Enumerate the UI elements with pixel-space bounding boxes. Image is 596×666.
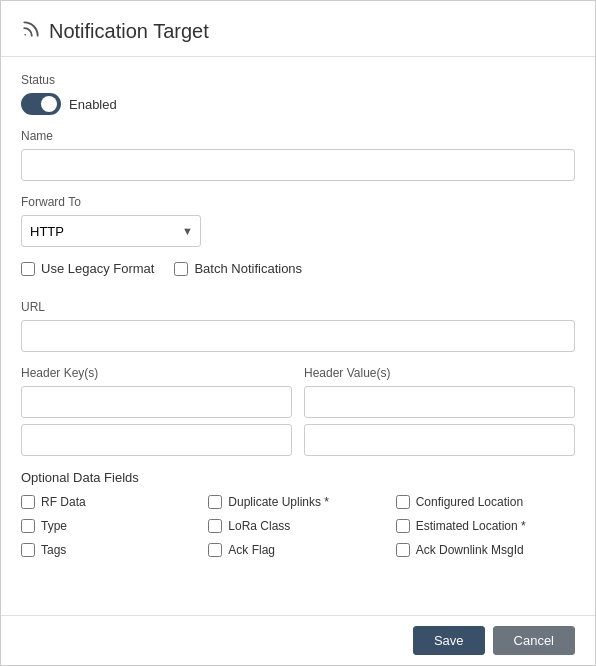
modal-footer: Save Cancel [1, 615, 595, 665]
header-keys-label: Header Key(s) [21, 366, 292, 380]
type-label[interactable]: Type [41, 519, 67, 533]
status-toggle-label: Enabled [69, 97, 117, 112]
opt-field-estimated-location: Estimated Location * [396, 519, 575, 533]
opt-field-configured-location: Configured Location [396, 495, 575, 509]
ack-flag-checkbox[interactable] [208, 543, 222, 557]
optional-fields-label: Optional Data Fields [21, 470, 575, 485]
forward-to-select-wrapper: HTTP HTTPS MQTT Email ▼ [21, 215, 201, 247]
name-input[interactable] [21, 149, 575, 181]
tags-label[interactable]: Tags [41, 543, 66, 557]
header-keys-inputs [21, 386, 292, 456]
configured-location-label[interactable]: Configured Location [416, 495, 523, 509]
opt-field-tags: Tags [21, 543, 200, 557]
opt-field-ack-flag: Ack Flag [208, 543, 387, 557]
lora-class-label[interactable]: LoRa Class [228, 519, 290, 533]
url-group: URL [21, 300, 575, 352]
opt-field-lora-class: LoRa Class [208, 519, 387, 533]
status-group: Status Enabled [21, 73, 575, 115]
rf-data-label[interactable]: RF Data [41, 495, 86, 509]
modal-header: Notification Target [1, 1, 595, 57]
optional-data-fields-group: Optional Data Fields RF Data Duplicate U… [21, 470, 575, 557]
estimated-location-label[interactable]: Estimated Location * [416, 519, 526, 533]
duplicate-uplinks-checkbox[interactable] [208, 495, 222, 509]
header-key-input-1[interactable] [21, 386, 292, 418]
type-checkbox[interactable] [21, 519, 35, 533]
ack-downlink-msgid-checkbox[interactable] [396, 543, 410, 557]
forward-to-label: Forward To [21, 195, 575, 209]
modal-body: Status Enabled Name Forward To HTTP HTTP… [1, 57, 595, 615]
svg-point-0 [24, 34, 26, 36]
header-values-inputs [304, 386, 575, 456]
use-legacy-format-checkbox[interactable] [21, 262, 35, 276]
name-group: Name [21, 129, 575, 181]
opt-field-duplicate-uplinks: Duplicate Uplinks * [208, 495, 387, 509]
configured-location-checkbox[interactable] [396, 495, 410, 509]
header-fields-group: Header Key(s) Header Value(s) [21, 366, 575, 456]
name-label: Name [21, 129, 575, 143]
header-values-label: Header Value(s) [304, 366, 575, 380]
forward-to-group: Forward To HTTP HTTPS MQTT Email ▼ [21, 195, 575, 247]
duplicate-uplinks-label[interactable]: Duplicate Uplinks * [228, 495, 329, 509]
opt-field-type: Type [21, 519, 200, 533]
header-values-col: Header Value(s) [304, 366, 575, 456]
optional-fields-grid: RF Data Duplicate Uplinks * Configured L… [21, 495, 575, 557]
header-keys-col: Header Key(s) [21, 366, 292, 456]
status-toggle-row: Enabled [21, 93, 575, 115]
batch-notifications-label[interactable]: Batch Notifications [194, 261, 302, 276]
save-button[interactable]: Save [413, 626, 485, 655]
ack-downlink-msgid-label[interactable]: Ack Downlink MsgId [416, 543, 524, 557]
options-row: Use Legacy Format Batch Notifications [21, 261, 575, 286]
estimated-location-checkbox[interactable] [396, 519, 410, 533]
header-key-input-2[interactable] [21, 424, 292, 456]
rf-data-checkbox[interactable] [21, 495, 35, 509]
url-label: URL [21, 300, 575, 314]
lora-class-checkbox[interactable] [208, 519, 222, 533]
modal-title: Notification Target [49, 20, 209, 43]
use-legacy-format-label[interactable]: Use Legacy Format [41, 261, 154, 276]
batch-notifications-checkbox[interactable] [174, 262, 188, 276]
use-legacy-format-row: Use Legacy Format [21, 261, 154, 276]
opt-field-ack-downlink-msgid: Ack Downlink MsgId [396, 543, 575, 557]
batch-notifications-row: Batch Notifications [174, 261, 302, 276]
status-label: Status [21, 73, 575, 87]
rss-icon [21, 19, 41, 44]
opt-field-rf-data: RF Data [21, 495, 200, 509]
status-toggle[interactable] [21, 93, 61, 115]
toggle-slider [21, 93, 61, 115]
cancel-button[interactable]: Cancel [493, 626, 575, 655]
url-input[interactable] [21, 320, 575, 352]
tags-checkbox[interactable] [21, 543, 35, 557]
forward-to-select[interactable]: HTTP HTTPS MQTT Email [21, 215, 201, 247]
header-value-input-2[interactable] [304, 424, 575, 456]
ack-flag-label[interactable]: Ack Flag [228, 543, 275, 557]
header-value-input-1[interactable] [304, 386, 575, 418]
modal-container: Notification Target Status Enabled Name … [0, 0, 596, 666]
